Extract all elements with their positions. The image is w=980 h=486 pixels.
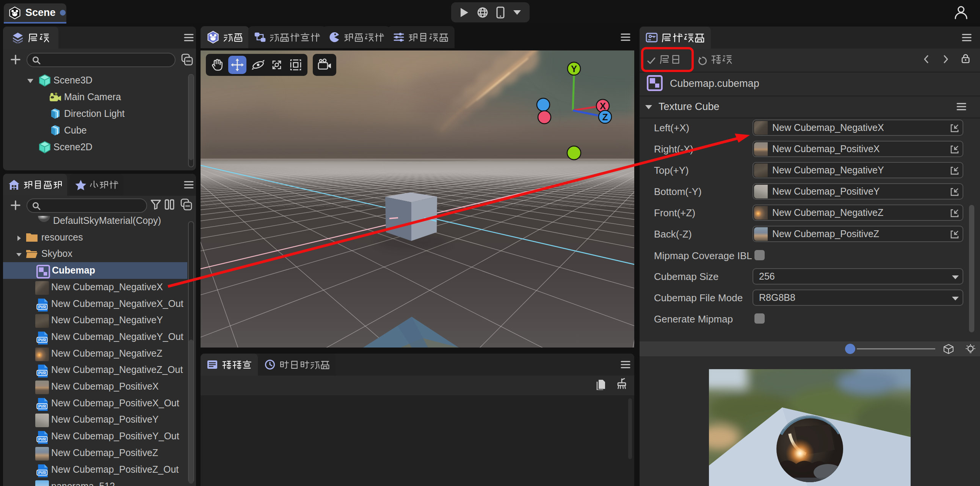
svg-text:Y: Y — [571, 64, 577, 74]
svg-text:Z: Z — [602, 112, 608, 122]
svg-text:PVR: PVR — [38, 437, 46, 441]
svg-text:PVR: PVR — [38, 305, 46, 309]
svg-text:PVR: PVR — [38, 405, 46, 409]
svg-text:PVR: PVR — [38, 371, 46, 375]
svg-text:PVR: PVR — [38, 338, 46, 342]
svg-text:PVR: PVR — [38, 471, 46, 475]
svg-text:X: X — [600, 101, 606, 111]
